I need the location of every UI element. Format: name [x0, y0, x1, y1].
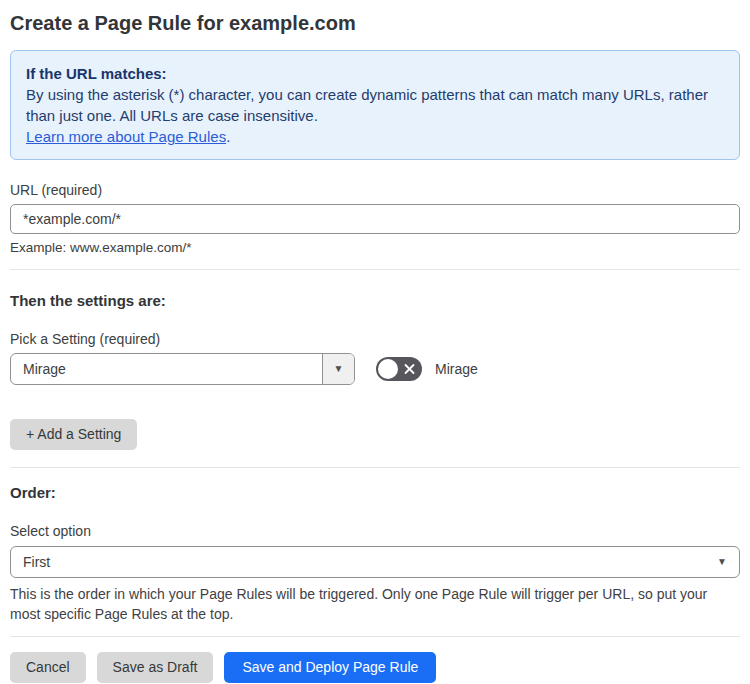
info-box-body: By using the asterisk (*) character, you… — [26, 84, 724, 126]
url-match-info-box: If the URL matches: By using the asteris… — [10, 50, 740, 160]
mirage-toggle[interactable] — [376, 357, 422, 381]
order-select[interactable]: First ▼ — [10, 546, 740, 578]
add-setting-button[interactable]: + Add a Setting — [10, 419, 137, 450]
learn-more-link[interactable]: Learn more about Page Rules — [26, 128, 226, 145]
page-title: Create a Page Rule for example.com — [10, 12, 740, 35]
save-deploy-button[interactable]: Save and Deploy Page Rule — [224, 652, 436, 683]
pick-setting-label: Pick a Setting (required) — [10, 331, 740, 347]
create-page-rule-panel: Create a Page Rule for example.com If th… — [0, 0, 750, 684]
url-label: URL (required) — [10, 182, 740, 198]
chevron-down-icon: ▼ — [717, 557, 727, 567]
url-helper: Example: www.example.com/* — [10, 240, 740, 256]
divider — [10, 269, 740, 270]
save-draft-button[interactable]: Save as Draft — [97, 652, 214, 683]
setting-row: Mirage ▼ Mirage — [10, 353, 740, 385]
divider — [10, 467, 740, 468]
footer-actions: Cancel Save as Draft Save and Deploy Pag… — [10, 652, 740, 683]
select-option-label: Select option — [10, 523, 740, 539]
settings-heading: Then the settings are: — [10, 292, 740, 309]
chevron-down-icon: ▼ — [334, 364, 344, 374]
setting-select-dropdown-button[interactable]: ▼ — [322, 354, 354, 384]
setting-select[interactable]: Mirage ▼ — [10, 353, 355, 385]
order-select-value: First — [23, 554, 50, 570]
info-box-heading: If the URL matches: — [26, 63, 724, 84]
toggle-label: Mirage — [435, 361, 478, 377]
order-heading: Order: — [10, 484, 740, 501]
toggle-knob — [378, 359, 398, 379]
order-helper: This is the order in which your Page Rul… — [10, 584, 740, 624]
setting-select-value: Mirage — [11, 354, 322, 384]
divider — [10, 636, 740, 637]
info-box-link-line: Learn more about Page Rules. — [26, 126, 724, 147]
url-input[interactable] — [10, 204, 740, 234]
link-suffix: . — [226, 128, 230, 145]
toggle-x-icon — [404, 364, 415, 375]
cancel-button[interactable]: Cancel — [10, 652, 86, 683]
